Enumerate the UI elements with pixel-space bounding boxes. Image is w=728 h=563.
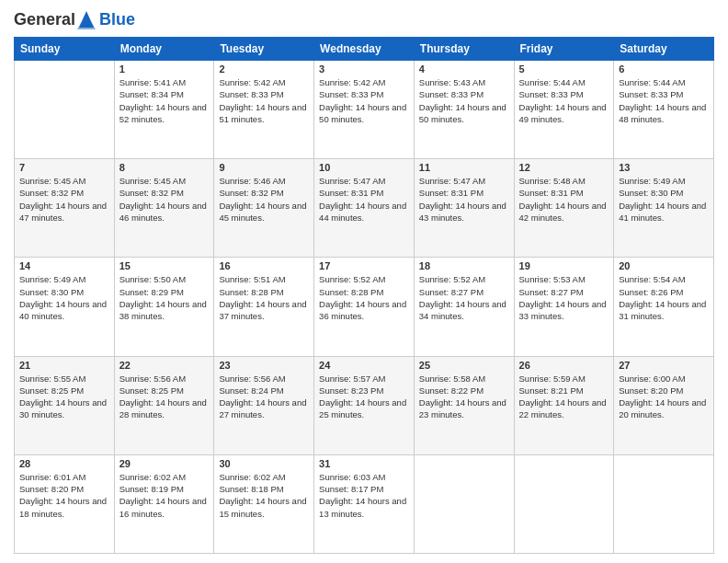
day-number: 21: [19, 360, 109, 371]
day-number: 6: [619, 63, 709, 75]
day-info: Sunrise: 5:49 AM Sunset: 8:30 PM Dayligh…: [19, 273, 109, 322]
sunset-text: Sunset: 8:25 PM: [19, 385, 84, 396]
sunrise-text: Sunrise: 6:02 AM: [219, 472, 285, 482]
col-wednesday: Wednesday: [314, 38, 415, 61]
calendar-cell: 28 Sunrise: 6:01 AM Sunset: 8:20 PM Dayl…: [15, 454, 115, 553]
sunrise-text: Sunrise: 5:54 AM: [619, 274, 685, 284]
sunset-text: Sunset: 8:27 PM: [519, 287, 584, 297]
col-tuesday: Tuesday: [214, 38, 314, 61]
sunrise-text: Sunrise: 5:47 AM: [319, 176, 385, 186]
day-number: 26: [519, 360, 609, 371]
daylight-text: Daylight: 14 hours and 27 minutes.: [219, 397, 306, 419]
sunset-text: Sunset: 8:20 PM: [19, 484, 84, 494]
calendar-cell: 3 Sunrise: 5:42 AM Sunset: 8:33 PM Dayli…: [314, 61, 415, 159]
calendar-cell: 30 Sunrise: 6:02 AM Sunset: 8:18 PM Dayl…: [214, 454, 314, 553]
sunset-text: Sunset: 8:20 PM: [619, 385, 683, 396]
calendar-cell: 8 Sunrise: 5:45 AM Sunset: 8:32 PM Dayli…: [114, 159, 214, 258]
day-info: Sunrise: 5:56 AM Sunset: 8:24 PM Dayligh…: [219, 373, 309, 421]
sunset-text: Sunset: 8:32 PM: [19, 188, 84, 198]
day-info: Sunrise: 5:45 AM Sunset: 8:32 PM Dayligh…: [19, 175, 109, 224]
day-info: Sunrise: 5:42 AM Sunset: 8:33 PM Dayligh…: [219, 76, 309, 125]
daylight-text: Daylight: 14 hours and 46 minutes.: [119, 201, 207, 223]
day-number: 30: [219, 458, 309, 469]
calendar-week-row: 1 Sunrise: 5:41 AM Sunset: 8:34 PM Dayli…: [15, 61, 714, 159]
calendar-cell: 31 Sunrise: 6:03 AM Sunset: 8:17 PM Dayl…: [314, 454, 415, 553]
day-number: 22: [119, 360, 210, 371]
daylight-text: Daylight: 14 hours and 30 minutes.: [19, 397, 107, 419]
header: General Blue: [14, 9, 714, 29]
day-info: Sunrise: 5:49 AM Sunset: 8:30 PM Dayligh…: [619, 175, 709, 224]
calendar-cell: 10 Sunrise: 5:47 AM Sunset: 8:31 PM Dayl…: [314, 159, 415, 258]
day-info: Sunrise: 5:46 AM Sunset: 8:32 PM Dayligh…: [219, 175, 309, 224]
calendar-week-row: 28 Sunrise: 6:01 AM Sunset: 8:20 PM Dayl…: [15, 454, 714, 553]
sunset-text: Sunset: 8:21 PM: [519, 385, 584, 396]
sunset-text: Sunset: 8:24 PM: [219, 385, 283, 396]
day-info: Sunrise: 5:41 AM Sunset: 8:34 PM Dayligh…: [119, 76, 210, 125]
sunset-text: Sunset: 8:23 PM: [319, 385, 383, 396]
sunrise-text: Sunrise: 5:52 AM: [419, 274, 485, 284]
daylight-text: Daylight: 14 hours and 34 minutes.: [419, 299, 506, 321]
day-info: Sunrise: 5:55 AM Sunset: 8:25 PM Dayligh…: [19, 373, 109, 421]
day-number: 24: [319, 360, 409, 371]
calendar-cell: 1 Sunrise: 5:41 AM Sunset: 8:34 PM Dayli…: [114, 61, 214, 159]
calendar-cell: 26 Sunrise: 5:59 AM Sunset: 8:21 PM Dayl…: [514, 356, 614, 454]
sunset-text: Sunset: 8:22 PM: [419, 385, 483, 396]
sunset-text: Sunset: 8:32 PM: [219, 188, 283, 198]
day-number: 11: [419, 162, 509, 173]
daylight-text: Daylight: 14 hours and 44 minutes.: [319, 201, 406, 223]
day-number: 31: [319, 458, 409, 469]
day-info: Sunrise: 6:02 AM Sunset: 8:19 PM Dayligh…: [119, 471, 210, 520]
daylight-text: Daylight: 14 hours and 41 minutes.: [619, 201, 706, 223]
sunrise-text: Sunrise: 5:44 AM: [519, 77, 586, 87]
day-number: 19: [519, 260, 609, 271]
day-info: Sunrise: 5:44 AM Sunset: 8:33 PM Dayligh…: [619, 76, 709, 125]
sunrise-text: Sunrise: 6:03 AM: [319, 472, 385, 482]
page: General Blue Sunday Monday Tuesday Wedne…: [0, 0, 728, 563]
daylight-text: Daylight: 14 hours and 48 minutes.: [619, 102, 706, 124]
calendar-week-row: 7 Sunrise: 5:45 AM Sunset: 8:32 PM Dayli…: [15, 159, 714, 258]
sunrise-text: Sunrise: 6:02 AM: [119, 472, 186, 482]
sunset-text: Sunset: 8:28 PM: [319, 287, 383, 297]
col-friday: Friday: [514, 38, 614, 61]
daylight-text: Daylight: 14 hours and 13 minutes.: [319, 496, 406, 518]
day-number: 23: [219, 360, 309, 371]
sunrise-text: Sunrise: 5:44 AM: [619, 77, 685, 87]
sunrise-text: Sunrise: 5:45 AM: [119, 176, 186, 186]
sunrise-text: Sunrise: 5:42 AM: [219, 77, 285, 87]
sunrise-text: Sunrise: 5:56 AM: [219, 373, 285, 384]
daylight-text: Daylight: 14 hours and 51 minutes.: [219, 102, 306, 124]
calendar-cell: 29 Sunrise: 6:02 AM Sunset: 8:19 PM Dayl…: [114, 454, 214, 553]
day-info: Sunrise: 5:47 AM Sunset: 8:31 PM Dayligh…: [419, 175, 509, 224]
sunset-text: Sunset: 8:34 PM: [119, 89, 184, 99]
calendar-cell: 25 Sunrise: 5:58 AM Sunset: 8:22 PM Dayl…: [414, 356, 514, 454]
daylight-text: Daylight: 14 hours and 18 minutes.: [19, 496, 107, 518]
svg-marker-1: [77, 13, 96, 29]
day-info: Sunrise: 5:58 AM Sunset: 8:22 PM Dayligh…: [419, 373, 509, 421]
daylight-text: Daylight: 14 hours and 49 minutes.: [519, 102, 607, 124]
daylight-text: Daylight: 14 hours and 33 minutes.: [519, 299, 607, 321]
daylight-text: Daylight: 14 hours and 50 minutes.: [319, 102, 406, 124]
day-number: 12: [519, 162, 609, 173]
day-info: Sunrise: 6:00 AM Sunset: 8:20 PM Dayligh…: [619, 373, 709, 421]
daylight-text: Daylight: 14 hours and 28 minutes.: [119, 397, 207, 419]
daylight-text: Daylight: 14 hours and 40 minutes.: [19, 299, 107, 321]
day-number: 13: [619, 162, 709, 173]
calendar-header-row: Sunday Monday Tuesday Wednesday Thursday…: [15, 38, 714, 61]
daylight-text: Daylight: 14 hours and 37 minutes.: [219, 299, 306, 321]
daylight-text: Daylight: 14 hours and 25 minutes.: [319, 397, 406, 419]
sunrise-text: Sunrise: 5:41 AM: [119, 77, 186, 87]
logo-general-text: General: [14, 11, 75, 28]
calendar-cell: 16 Sunrise: 5:51 AM Sunset: 8:28 PM Dayl…: [214, 258, 314, 356]
col-sunday: Sunday: [15, 38, 115, 61]
daylight-text: Daylight: 14 hours and 52 minutes.: [119, 102, 207, 124]
sunset-text: Sunset: 8:31 PM: [319, 188, 383, 198]
calendar-cell: 5 Sunrise: 5:44 AM Sunset: 8:33 PM Dayli…: [514, 61, 614, 159]
day-info: Sunrise: 5:52 AM Sunset: 8:28 PM Dayligh…: [319, 273, 409, 322]
calendar-cell: [514, 454, 614, 553]
calendar-cell: 19 Sunrise: 5:53 AM Sunset: 8:27 PM Dayl…: [514, 258, 614, 356]
day-info: Sunrise: 5:53 AM Sunset: 8:27 PM Dayligh…: [519, 273, 609, 322]
col-saturday: Saturday: [614, 38, 714, 61]
calendar-cell: 20 Sunrise: 5:54 AM Sunset: 8:26 PM Dayl…: [614, 258, 714, 356]
calendar-cell: 21 Sunrise: 5:55 AM Sunset: 8:25 PM Dayl…: [15, 356, 115, 454]
sunset-text: Sunset: 8:25 PM: [119, 385, 184, 396]
